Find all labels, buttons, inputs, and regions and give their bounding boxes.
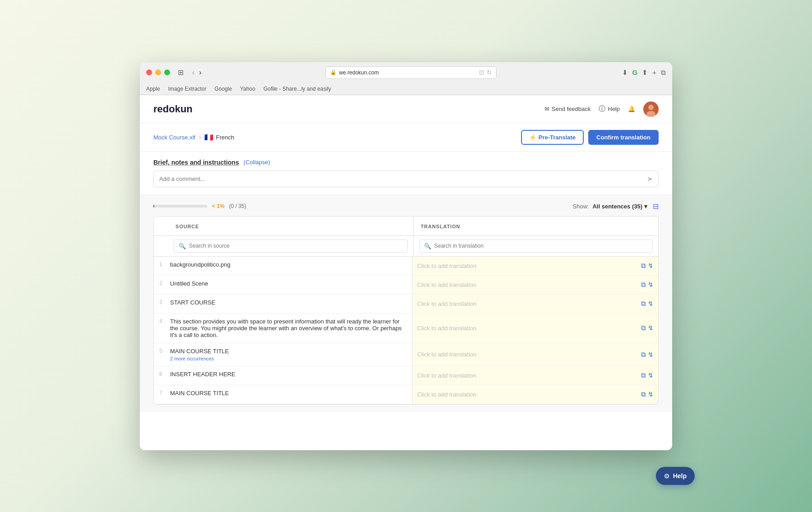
translation-area: < 1% (0 / 35) Show: All sentences (35) ▾…	[140, 195, 672, 412]
send-icon[interactable]: ➤	[647, 175, 653, 183]
refresh-icon[interactable]: ↻	[487, 69, 492, 76]
back-button[interactable]: ‹	[190, 68, 196, 78]
comment-input-row: ➤	[153, 171, 659, 187]
row-source-text: Untitled Scene	[168, 276, 412, 294]
bookmark-yahoo[interactable]: Yahoo	[240, 86, 255, 92]
translation-placeholder[interactable]: Click to add translation	[417, 281, 638, 288]
help-button[interactable]: ⓘ Help	[599, 105, 620, 113]
copy-icon[interactable]: ⧉	[641, 300, 646, 308]
search-source-wrap: 🔍	[174, 240, 408, 253]
new-tab-icon[interactable]: +	[652, 69, 656, 76]
machine-translate-icon[interactable]: ↯	[648, 300, 654, 308]
search-translation-input[interactable]	[434, 243, 648, 249]
page-header: Mock Course.xlf > 🇫🇷 French ⚡ Pre-Transl…	[140, 124, 672, 152]
translation-placeholder[interactable]: Click to add translation	[417, 391, 638, 398]
table-row: 3 START COURSE Click to add translation …	[154, 295, 658, 314]
copy-icon[interactable]: ⧉	[641, 390, 646, 398]
row-action-icons: ⧉ ↯	[641, 324, 654, 332]
search-translation-col: 🔍	[414, 236, 659, 256]
feedback-icon: ✉	[544, 106, 549, 112]
table-row: 6 INSERT HEADER HERE Click to add transl…	[154, 366, 658, 385]
row-translation-cell[interactable]: Click to add translation ⧉ ↯	[413, 314, 659, 343]
sidebar-toggle-button[interactable]: ⊞	[176, 67, 185, 78]
download-icon[interactable]: ⬇	[622, 69, 628, 77]
top-nav-actions: ✉ Send feedback ⓘ Help 🔔	[544, 101, 659, 117]
show-label: Show:	[572, 203, 589, 210]
brief-section: Brief, notes and instructions (Collapse)…	[140, 152, 672, 195]
maximize-window-button[interactable]	[164, 69, 170, 75]
machine-translate-icon[interactable]: ↯	[648, 371, 654, 379]
search-source-col: 🔍	[168, 236, 413, 256]
row-source-text: This section provides you with space to …	[168, 314, 412, 343]
pre-translate-button[interactable]: ⚡ Pre-Translate	[521, 130, 584, 145]
copy-icon[interactable]: ⧉	[641, 371, 646, 379]
progress-bar-fill	[153, 205, 154, 208]
row-translation-cell[interactable]: Click to add translation ⧉ ↯	[413, 295, 659, 313]
copy-icon[interactable]: ⧉	[641, 324, 646, 332]
row-action-icons: ⧉ ↯	[641, 262, 654, 270]
machine-translate-icon[interactable]: ↯	[648, 262, 654, 270]
breadcrumb-language: French	[216, 134, 234, 141]
row-translation-cell[interactable]: Click to add translation ⧉ ↯	[413, 385, 659, 404]
traffic-lights	[146, 69, 170, 75]
user-avatar[interactable]	[643, 101, 659, 117]
help-fab-icon: ⊙	[664, 472, 669, 480]
breadcrumb-file[interactable]: Mock Course.xlf	[153, 134, 195, 141]
brief-header: Brief, notes and instructions (Collapse)	[153, 159, 659, 166]
filter-icon[interactable]: ⊟	[653, 202, 659, 211]
machine-translate-icon[interactable]: ↯	[648, 351, 654, 359]
col-source-header: SOURCE	[168, 217, 413, 235]
address-bar[interactable]: 🔒 we.redokun.com ⊡ ↻	[325, 66, 497, 79]
machine-translate-icon[interactable]: ↯	[648, 324, 654, 332]
machine-translate-icon[interactable]: ↯	[648, 390, 654, 398]
help-circle-icon: ⓘ	[599, 105, 605, 113]
copy-icon[interactable]: ⧉	[641, 351, 646, 359]
bookmark-apple[interactable]: Apple	[146, 86, 160, 92]
translation-placeholder[interactable]: Click to add translation	[417, 372, 638, 379]
row-translation-cell[interactable]: Click to add translation ⧉ ↯	[413, 366, 659, 385]
machine-translate-icon[interactable]: ↯	[648, 281, 654, 289]
row-translation-cell[interactable]: Click to add translation ⧉ ↯	[413, 343, 659, 366]
translation-placeholder[interactable]: Click to add translation	[417, 263, 638, 269]
row-action-icons: ⧉ ↯	[641, 281, 654, 289]
comment-input[interactable]	[159, 175, 647, 182]
close-window-button[interactable]	[146, 69, 152, 75]
minimize-window-button[interactable]	[155, 69, 161, 75]
source-column-label: SOURCE	[175, 224, 199, 229]
bookmark-gofile[interactable]: Gofile - Share...ly and easily	[263, 86, 331, 92]
bookmark-image-extractor[interactable]: Image Extractor	[168, 86, 207, 92]
row-translation-cell[interactable]: Click to add translation ⧉ ↯	[413, 276, 659, 294]
dropdown-label: All sentences (35)	[592, 203, 642, 210]
row-meta: 2 more occurrences	[170, 356, 407, 361]
table-row: 2 Untitled Scene Click to add translatio…	[154, 276, 658, 295]
lightning-icon: ⚡	[529, 134, 536, 141]
sentences-dropdown[interactable]: All sentences (35) ▾	[592, 203, 647, 210]
confirm-translation-button[interactable]: Confirm translation	[588, 130, 659, 145]
table-row: 7 MAIN COURSE TITLE Click to add transla…	[154, 385, 658, 404]
help-fab-button[interactable]: ⊙ Help	[656, 467, 695, 485]
table-header: SOURCE TRANSLATION	[154, 217, 658, 236]
row-translation-cell[interactable]: Click to add translation ⧉ ↯	[413, 257, 659, 275]
table-row: 1 backgroundpolitico.png Click to add tr…	[154, 257, 658, 276]
notifications-button[interactable]: 🔔	[628, 106, 635, 112]
bookmark-google[interactable]: Google	[214, 86, 232, 92]
row-number: 4	[154, 314, 168, 343]
windows-icon[interactable]: ⧉	[661, 69, 666, 77]
col-translation-header: TRANSLATION	[414, 217, 659, 235]
search-source-input[interactable]	[189, 243, 403, 249]
page-actions: ⚡ Pre-Translate Confirm translation	[521, 130, 659, 145]
share-icon[interactable]: ⬆	[642, 69, 648, 77]
translation-placeholder[interactable]: Click to add translation	[417, 300, 638, 307]
search-translation-wrap: 🔍	[419, 240, 653, 253]
copy-icon[interactable]: ⧉	[641, 281, 646, 289]
copy-icon[interactable]: ⧉	[641, 262, 646, 270]
grammarly-icon[interactable]: G	[632, 69, 638, 76]
forward-button[interactable]: ›	[197, 68, 203, 78]
collapse-button[interactable]: (Collapse)	[244, 159, 270, 166]
translation-placeholder[interactable]: Click to add translation	[417, 325, 638, 332]
send-feedback-button[interactable]: ✉ Send feedback	[544, 106, 591, 112]
translation-placeholder[interactable]: Click to add translation	[417, 351, 638, 358]
translation-table: SOURCE TRANSLATION 🔍	[153, 216, 659, 405]
reader-icon[interactable]: ⊡	[479, 69, 484, 76]
chevron-down-icon: ▾	[644, 203, 647, 210]
